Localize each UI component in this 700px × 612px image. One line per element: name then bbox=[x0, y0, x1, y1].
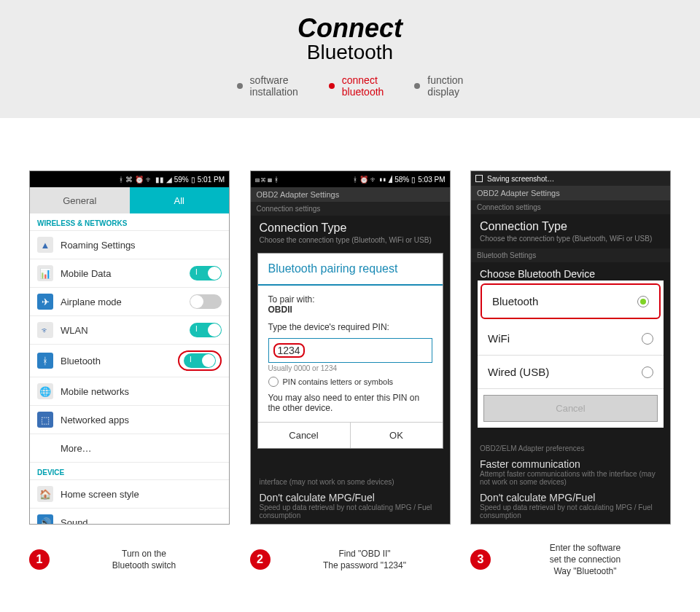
row-roaming[interactable]: ▲Roaming Settings bbox=[30, 231, 229, 259]
globe-icon: 🌐 bbox=[37, 383, 53, 399]
section-label: Connection settings bbox=[251, 202, 450, 216]
status-bar: ᚼ⌘⏰ᯤ▮▮◢ 59%▯ 5:01 PM bbox=[30, 171, 229, 187]
tab-bluetooth[interactable]: connectbluetooth bbox=[329, 74, 384, 98]
home-icon: 🏠 bbox=[37, 486, 53, 502]
toggle-off[interactable] bbox=[190, 294, 222, 309]
clock-text: 5:01 PM bbox=[198, 176, 225, 184]
bluetooth-icon: ᚼ bbox=[37, 353, 53, 369]
radio-icon bbox=[642, 333, 653, 345]
wifi-icon: ᯤ bbox=[37, 322, 53, 338]
tab-all[interactable]: All bbox=[130, 187, 230, 213]
toggle-on[interactable] bbox=[190, 323, 222, 337]
tab-general[interactable]: General bbox=[30, 187, 130, 213]
bluetooth-icon: ᚼ bbox=[119, 176, 123, 184]
status-bar: ▤ ⌘ ▦ ᚼ ᚼ ⏰ ᯤ ▮▮ ◢ 58%▯ 5:03 PM bbox=[251, 171, 450, 187]
highlight: 1234 bbox=[273, 343, 305, 358]
option-wired[interactable]: Wired (USB) bbox=[478, 356, 664, 389]
toggle-on[interactable] bbox=[184, 353, 216, 368]
cancel-button[interactable]: Cancel bbox=[483, 395, 658, 422]
caption-text: Enter the softwareset the connectionWay … bbox=[499, 542, 671, 577]
signal-icon: ◢ bbox=[166, 176, 172, 184]
caption-2: 2Find "OBD II"The password "1234" bbox=[250, 542, 451, 577]
dot-icon bbox=[237, 83, 243, 89]
step-badge: 3 bbox=[470, 549, 491, 570]
connection-dialog: Bluetooth WiFi Wired (USB) Cancel bbox=[478, 280, 664, 428]
connection-type[interactable]: Connection Type bbox=[251, 216, 450, 236]
screenshot-2: ▤ ⌘ ▦ ᚼ ᚼ ⏰ ᯤ ▮▮ ◢ 58%▯ 5:03 PM OBD2 Ada… bbox=[250, 170, 451, 525]
tab-function[interactable]: functiondisplay bbox=[414, 74, 463, 98]
row-networked-apps[interactable]: ⬚Networked apps bbox=[30, 406, 229, 434]
step-badge: 2 bbox=[250, 549, 271, 570]
dialog-title: Bluetooth pairing request bbox=[258, 254, 443, 286]
link-icon: ⌘ bbox=[125, 176, 133, 184]
menu-icon: ▤ ⌘ ▦ ᚼ bbox=[255, 176, 279, 184]
row-sound[interactable]: 🔊Sound bbox=[30, 509, 229, 525]
highlight bbox=[178, 350, 222, 371]
subtitle: Bluetooth bbox=[0, 41, 700, 64]
title: Connect bbox=[0, 13, 700, 44]
sound-icon: 🔊 bbox=[37, 514, 53, 525]
alarm-icon: ⏰ bbox=[135, 176, 144, 184]
wifi-icon: ᯤ bbox=[146, 176, 153, 184]
screenshot-3: Saving screenshot… OBD2 Adapter Settings… bbox=[470, 170, 671, 525]
battery-text: 59% bbox=[174, 176, 189, 184]
radio-icon bbox=[642, 366, 653, 378]
tab-software[interactable]: softwareinstallation bbox=[237, 74, 298, 98]
cancel-button[interactable]: Cancel bbox=[258, 423, 351, 448]
row-home-style[interactable]: 🏠Home screen style bbox=[30, 480, 229, 509]
radio-icon bbox=[268, 377, 279, 387]
caption-1: 1Turn on theBluetooth switch bbox=[29, 542, 230, 577]
ok-button[interactable]: OK bbox=[351, 423, 443, 448]
battery-icon: ▯ bbox=[191, 176, 195, 184]
screen-title: OBD2 Adapter Settings bbox=[471, 186, 670, 200]
apps-icon: ⬚ bbox=[37, 412, 53, 428]
option-bluetooth[interactable]: Bluetooth bbox=[481, 283, 661, 319]
row-wlan[interactable]: ᯤWLAN bbox=[30, 316, 229, 345]
settings-tabs: General All bbox=[30, 187, 229, 213]
pin-input[interactable]: 1234 bbox=[268, 338, 432, 363]
row-bluetooth[interactable]: ᚼBluetooth bbox=[30, 345, 229, 377]
screenshot-1: ᚼ⌘⏰ᯤ▮▮◢ 59%▯ 5:01 PM General All WIRELES… bbox=[29, 170, 230, 525]
nav-tabs: softwareinstallation connectbluetooth fu… bbox=[0, 74, 700, 98]
toggle-on[interactable] bbox=[190, 266, 222, 280]
signal-icon: ▮▮ bbox=[155, 176, 164, 184]
pairing-dialog: Bluetooth pairing request To pair with: … bbox=[257, 253, 443, 449]
row-mobile-data[interactable]: 📊Mobile Data bbox=[30, 259, 229, 288]
caption-3: 3Enter the softwareset the connectionWay… bbox=[470, 542, 671, 577]
option-wifi[interactable]: WiFi bbox=[478, 322, 664, 356]
header: Connect Bluetooth softwareinstallation c… bbox=[0, 0, 700, 118]
chart-icon: 📊 bbox=[37, 265, 53, 281]
saving-bar: Saving screenshot… bbox=[471, 171, 670, 186]
row-mobile-networks[interactable]: 🌐Mobile networks bbox=[30, 377, 229, 406]
section-wireless: WIRELESS & NETWORKS bbox=[30, 213, 229, 231]
section-device: DEVICE bbox=[30, 463, 229, 480]
radio-selected-icon bbox=[637, 296, 649, 307]
device-name: OBDII bbox=[268, 305, 432, 315]
square-icon bbox=[475, 175, 483, 182]
row-more[interactable]: More… bbox=[30, 434, 229, 463]
step-badge: 1 bbox=[29, 549, 50, 570]
screen-title: OBD2 Adapter Settings bbox=[251, 187, 450, 202]
dot-icon bbox=[329, 83, 335, 89]
caption-text: Turn on theBluetooth switch bbox=[58, 548, 230, 571]
triangle-icon: ▲ bbox=[37, 237, 53, 253]
caption-text: Find "OBD II"The password "1234" bbox=[279, 548, 451, 571]
dot-icon bbox=[414, 83, 420, 89]
row-airplane[interactable]: ✈Airplane mode bbox=[30, 288, 229, 316]
airplane-icon: ✈ bbox=[37, 294, 53, 310]
pin-letters-checkbox[interactable]: PIN contains letters or symbols bbox=[268, 377, 432, 387]
